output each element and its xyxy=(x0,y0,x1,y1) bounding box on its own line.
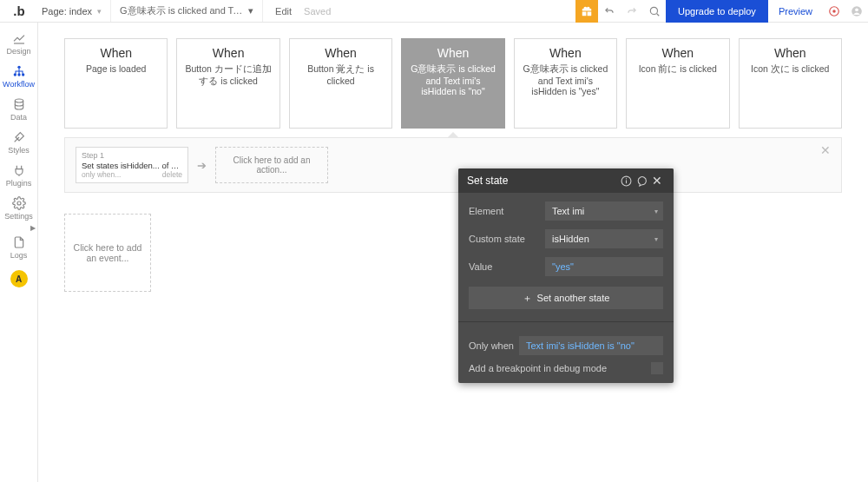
value-input[interactable]: "yes" xyxy=(545,257,663,276)
breakpoint-label: Add a breakpoint in debug mode xyxy=(469,363,607,373)
events-row: When Page is loaded When Button カードに追加する… xyxy=(38,23,868,129)
field-label: Custom state xyxy=(469,234,538,244)
chevron-down-icon: ▾ xyxy=(654,235,658,243)
custom-state-select[interactable]: isHidden ▾ xyxy=(545,229,663,248)
event-card[interactable]: When Icon 次に is clicked xyxy=(739,38,842,129)
breakpoint-checkbox[interactable] xyxy=(651,362,663,374)
event-card[interactable]: When Icon 前に is clicked xyxy=(626,38,729,129)
sidebar-item-design[interactable]: Design xyxy=(0,28,38,61)
chevron-down-icon: ▾ xyxy=(248,5,253,17)
gift-icon[interactable] xyxy=(575,0,598,23)
undo-icon[interactable] xyxy=(598,0,621,23)
upgrade-button[interactable]: Upgrade to deploy xyxy=(666,0,768,23)
svg-point-0 xyxy=(650,7,657,14)
plus-icon: ＋ xyxy=(523,292,532,305)
chevron-down-icon: ▾ xyxy=(97,7,102,16)
sidebar-item-plugins[interactable]: Plugins xyxy=(0,160,38,193)
comment-icon[interactable] xyxy=(634,175,649,187)
svg-point-6 xyxy=(13,73,16,76)
app-logo[interactable]: .b xyxy=(0,0,38,23)
workflow-step[interactable]: Step 1 Set states isHidden... of Text im… xyxy=(76,147,188,183)
saved-status: Saved xyxy=(304,6,331,17)
event-card[interactable]: When Button 覚えた is clicked xyxy=(289,38,392,129)
property-panel-header[interactable]: Set state ✕ xyxy=(458,168,674,193)
property-panel: Set state ✕ Element Text imi ▾ Custom st… xyxy=(458,168,674,383)
svg-rect-12 xyxy=(625,180,626,183)
workflow-strip: Step 1 Set states isHidden... of Text im… xyxy=(64,137,842,193)
redo-icon[interactable] xyxy=(621,0,643,23)
user-avatar[interactable]: A xyxy=(10,270,28,287)
preview-button[interactable]: Preview xyxy=(768,0,823,23)
field-label: Value xyxy=(469,261,538,272)
panel-title: Set state xyxy=(467,175,508,187)
sidebar-item-logs[interactable]: Logs xyxy=(0,232,38,265)
sidebar-item-workflow[interactable]: Workflow xyxy=(0,61,38,94)
set-another-state-button[interactable]: ＋ Set another state xyxy=(469,287,663,309)
close-icon[interactable]: ✕ xyxy=(649,174,665,188)
field-label: Element xyxy=(469,206,538,216)
chevron-right-icon[interactable]: ▶ xyxy=(30,224,37,232)
event-card[interactable]: When Button カードに追加する is clicked xyxy=(176,38,279,129)
element-select[interactable]: Text imi ▾ xyxy=(545,201,663,221)
svg-point-9 xyxy=(15,99,23,102)
account-icon[interactable] xyxy=(845,0,868,23)
breadcrumb[interactable]: G意味表示 is clicked and Text imi... ▾ xyxy=(111,0,263,22)
svg-point-5 xyxy=(17,66,20,69)
page-selector[interactable]: Page: index ▾ xyxy=(38,0,111,22)
left-sidebar: Design Workflow Data Styles Plugins Sett… xyxy=(0,23,38,482)
event-card[interactable]: When G意味表示 is clicked and Text imi's isH… xyxy=(514,38,617,129)
chevron-down-icon: ▾ xyxy=(654,208,658,215)
sidebar-item-styles[interactable]: Styles xyxy=(0,127,38,160)
issues-icon[interactable] xyxy=(823,0,845,23)
event-card-selected[interactable]: When G意味表示 is clicked and Text imi's isH… xyxy=(401,38,504,129)
info-icon[interactable] xyxy=(618,175,634,187)
arrow-right-icon: ➔ xyxy=(197,159,207,172)
delete-step-link[interactable]: delete xyxy=(162,170,182,179)
svg-point-2 xyxy=(832,10,836,13)
add-action-button[interactable]: Click here to add an action... xyxy=(215,147,328,183)
event-card[interactable]: When Page is loaded xyxy=(64,38,168,129)
svg-point-7 xyxy=(17,73,20,76)
close-icon[interactable]: ✕ xyxy=(820,143,831,157)
sidebar-item-settings[interactable]: Settings xyxy=(0,193,38,226)
sidebar-item-data[interactable]: Data xyxy=(0,94,38,127)
svg-point-4 xyxy=(855,8,858,11)
edit-mode-label[interactable]: Edit xyxy=(275,6,292,17)
only-when-input[interactable]: Text imi's isHidden is "no" xyxy=(519,336,663,355)
field-label: Only when xyxy=(469,340,514,351)
add-event-button[interactable]: Click here to add an event... xyxy=(64,214,151,292)
svg-point-10 xyxy=(17,201,21,205)
svg-rect-13 xyxy=(625,178,626,179)
svg-point-8 xyxy=(22,73,24,76)
search-icon[interactable] xyxy=(643,0,666,23)
